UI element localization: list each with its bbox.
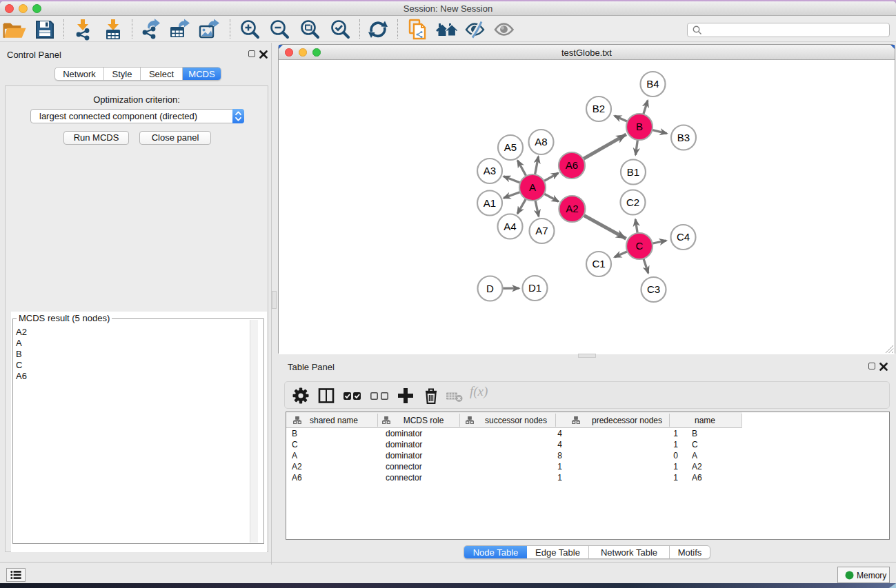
svg-text:C: C: [636, 240, 644, 252]
svg-text:A6: A6: [566, 159, 578, 171]
svg-text:B2: B2: [593, 103, 605, 114]
svg-text:B: B: [636, 121, 643, 132]
svg-text:B3: B3: [677, 132, 690, 143]
svg-text:A1: A1: [484, 197, 496, 209]
svg-text:A7: A7: [535, 225, 548, 236]
svg-text:C3: C3: [647, 283, 660, 295]
svg-text:B4: B4: [646, 78, 659, 90]
svg-text:D: D: [486, 283, 494, 294]
svg-text:A8: A8: [535, 136, 547, 148]
svg-text:A5: A5: [504, 141, 517, 153]
svg-text:C2: C2: [626, 196, 639, 208]
svg-text:A2: A2: [566, 203, 578, 214]
svg-text:A4: A4: [504, 221, 516, 232]
svg-text:A: A: [529, 181, 536, 193]
svg-text:B1: B1: [627, 166, 639, 178]
svg-text:A3: A3: [484, 165, 496, 176]
svg-text:C1: C1: [592, 258, 605, 270]
svg-text:D1: D1: [528, 282, 541, 294]
svg-text:C4: C4: [677, 231, 690, 243]
